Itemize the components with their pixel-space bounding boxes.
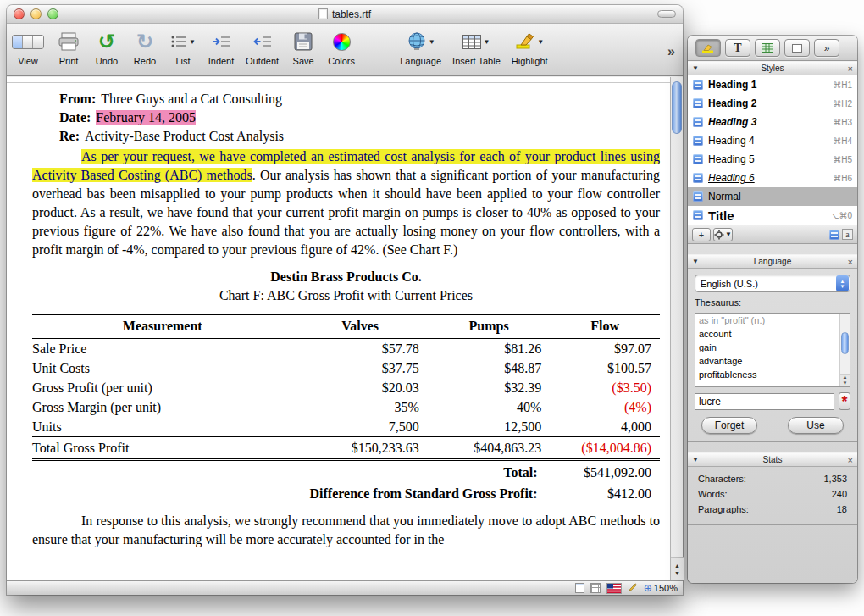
- cost-table-body: Sale Price$57.78$81.26$97.07Unit Costs$3…: [32, 339, 660, 460]
- insert-table-button[interactable]: ▼ Insert Table: [452, 28, 501, 66]
- language-button[interactable]: ▼ Language: [400, 28, 441, 66]
- table-cell: $20.03: [293, 378, 428, 397]
- close-button[interactable]: [14, 8, 25, 19]
- forget-button[interactable]: Forget: [701, 417, 757, 434]
- add-style-button[interactable]: +: [692, 228, 711, 241]
- stat-label: Characters:: [698, 474, 746, 484]
- document-area[interactable]: From:Three Guys and a Cat Consulting Dat…: [7, 77, 670, 580]
- thesaurus-listbox[interactable]: as in "profit" (n.)accountgainadvantagep…: [695, 313, 850, 387]
- thesaurus-item[interactable]: gain: [695, 341, 839, 354]
- language-section-header[interactable]: ▼ Language ×: [688, 254, 857, 269]
- table-cell: $97.07: [550, 339, 660, 359]
- pencil-icon[interactable]: [628, 580, 638, 596]
- toolbar-toggle-button[interactable]: [657, 10, 676, 18]
- thesaurus-scrollbar-arrows[interactable]: ▲▼: [840, 374, 850, 386]
- thesaurus-lookup-button[interactable]: *: [839, 392, 850, 410]
- styles-section-title: Styles: [703, 64, 842, 73]
- character-styles-icon[interactable]: a: [842, 229, 853, 240]
- style-item[interactable]: Heading 5⌘H5: [688, 150, 857, 169]
- style-actions-button[interactable]: ▼: [713, 228, 733, 241]
- style-item[interactable]: Heading 1⌘H1: [688, 75, 857, 94]
- style-item[interactable]: Heading 4⌘H4: [688, 131, 857, 150]
- zoom-control[interactable]: ⊕ 150%: [644, 582, 678, 594]
- difference-line: Difference from Standard Gross Profit: $…: [32, 485, 660, 503]
- palette-tab-text[interactable]: T: [725, 39, 750, 57]
- zoom-icon: ⊕: [644, 582, 652, 594]
- thesaurus-scrollbar[interactable]: ▲▼: [839, 314, 850, 386]
- palette-tab-table[interactable]: [755, 39, 780, 57]
- scrollbar-arrows[interactable]: ▲ ▼: [671, 557, 684, 580]
- table-header-cell: Measurement: [32, 314, 293, 339]
- view-button[interactable]: View: [12, 28, 44, 66]
- thesaurus-input[interactable]: [695, 393, 834, 410]
- list-button[interactable]: ▼ List: [169, 28, 197, 66]
- indent-button[interactable]: Indent: [208, 28, 235, 66]
- print-button[interactable]: Print: [55, 28, 82, 66]
- palette-tab-overflow[interactable]: »: [814, 39, 839, 57]
- us-flag-icon[interactable]: [606, 583, 622, 594]
- table-cell: 4,000: [550, 417, 660, 437]
- colors-button[interactable]: Colors: [328, 28, 355, 66]
- scroll-up-arrow-icon[interactable]: ▲: [674, 563, 680, 569]
- table-cell: Sale Price: [32, 339, 293, 359]
- save-button[interactable]: Save: [290, 28, 317, 66]
- style-item[interactable]: Heading 2⌘H2: [688, 94, 857, 113]
- scrollbar-thumb[interactable]: [672, 81, 682, 134]
- from-label: From:: [59, 92, 96, 106]
- printer-icon: [58, 28, 80, 55]
- titlebar[interactable]: tables.rtf: [7, 5, 683, 24]
- close-icon[interactable]: ×: [842, 64, 853, 74]
- style-item[interactable]: Title⌥⌘0: [688, 206, 857, 225]
- paragraph-style-icon: [693, 117, 703, 127]
- redo-button[interactable]: ↻ Redo: [131, 28, 158, 66]
- table-cell: $81.26: [428, 339, 550, 359]
- document-content[interactable]: From:Three Guys and a Cat Consulting Dat…: [7, 83, 670, 549]
- table-cell: 35%: [293, 397, 428, 417]
- thesaurus-items: as in "profit" (n.)accountgainadvantagep…: [695, 314, 839, 381]
- style-item[interactable]: Heading 3⌘H3: [688, 113, 857, 131]
- outdent-button[interactable]: Outdent: [246, 28, 279, 66]
- disclosure-triangle-icon[interactable]: ▼: [692, 258, 703, 265]
- paragraph-styles-icon[interactable]: [829, 230, 839, 240]
- language-dropdown[interactable]: English (U.S.) ▲▼: [695, 275, 850, 292]
- highlight-button[interactable]: ▼ Highlight: [512, 28, 548, 66]
- tool-palette: T » ▼ Styles × Heading 1⌘H1Heading 2⌘H2H…: [688, 36, 857, 583]
- close-icon[interactable]: ×: [842, 455, 853, 465]
- table-row: Gross Profit (per unit)$20.03$32.39($3.5…: [32, 378, 660, 397]
- palette-titlebar[interactable]: T »: [688, 36, 857, 61]
- globe-icon: ▼: [407, 28, 435, 55]
- chart-heading: Chart F: ABC Gross Profit with Current P…: [32, 286, 660, 305]
- disclosure-triangle-icon[interactable]: ▼: [692, 64, 703, 72]
- toolbar-overflow-chevron[interactable]: »: [665, 44, 678, 59]
- page-edge: [7, 77, 670, 83]
- thesaurus-item[interactable]: account: [695, 327, 839, 341]
- style-shortcut: ⌘H5: [833, 155, 852, 164]
- view-icon: [12, 28, 44, 55]
- style-item[interactable]: Heading 6⌘H6: [688, 169, 857, 187]
- page-view-icon[interactable]: [575, 583, 584, 593]
- total-label: Total:: [32, 463, 538, 482]
- dropdown-arrow-icon: ▼: [725, 230, 732, 238]
- minimize-button[interactable]: [30, 8, 42, 19]
- stats-section-header[interactable]: ▼ Stats ×: [688, 452, 857, 467]
- palette-tab-highlight[interactable]: [695, 39, 721, 57]
- use-button[interactable]: Use: [788, 417, 844, 434]
- thesaurus-item[interactable]: profitableness: [695, 368, 839, 381]
- thesaurus-item[interactable]: as in "profit" (n.): [695, 314, 839, 327]
- thesaurus-scrollbar-thumb[interactable]: [841, 332, 849, 354]
- styles-section-header[interactable]: ▼ Styles ×: [688, 61, 857, 75]
- gear-icon: [714, 230, 724, 240]
- style-item[interactable]: Normal: [688, 187, 857, 206]
- document-proxy-icon[interactable]: [318, 8, 328, 19]
- scroll-down-arrow-icon[interactable]: ▼: [674, 570, 680, 576]
- dropdown-arrow-icon: ▼: [483, 38, 490, 46]
- zoom-window-button[interactable]: [47, 8, 58, 19]
- undo-button[interactable]: ↺ Undo: [93, 28, 120, 66]
- thesaurus-item[interactable]: advantage: [695, 354, 839, 368]
- close-icon[interactable]: ×: [842, 257, 853, 267]
- vertical-scrollbar[interactable]: ▲ ▼: [670, 77, 683, 580]
- disclosure-triangle-icon[interactable]: ▼: [692, 456, 703, 463]
- stat-label: Paragraphs:: [698, 504, 749, 514]
- layout-grid-icon[interactable]: [590, 583, 601, 593]
- palette-tab-blank[interactable]: [784, 39, 810, 57]
